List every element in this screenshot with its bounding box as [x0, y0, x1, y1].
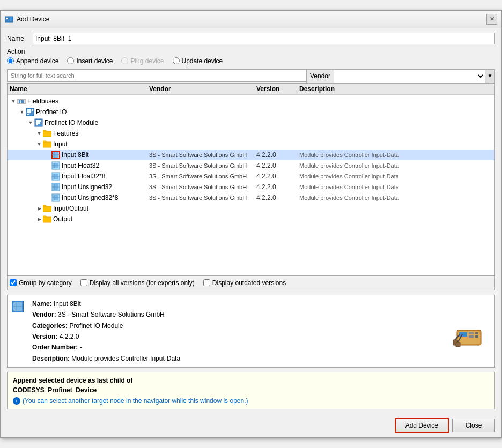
svg-rect-16: [36, 120, 38, 122]
search-vendor-row: Vendor ▼: [7, 69, 495, 83]
tree-row-input[interactable]: ▼ Input: [8, 139, 494, 150]
tree-row-input-float32[interactable]: Input Float32 3S - Smart Software Soluti…: [8, 160, 494, 171]
name-field-row: Name: [7, 33, 495, 44]
vendor-select[interactable]: [334, 70, 485, 83]
svg-rect-11: [32, 109, 33, 111]
vendor-dropdown-icon[interactable]: ▼: [485, 70, 494, 83]
action-section: Action Append device Insert device Plug …: [7, 48, 495, 65]
svg-rect-13: [29, 111, 31, 113]
vendor-label: Vendor: [306, 69, 334, 83]
tree-row-output[interactable]: ▶ Output: [8, 214, 494, 225]
tree-row-input-output[interactable]: ▶ Input/Output: [8, 203, 494, 214]
device-image: [447, 298, 490, 364]
radio-insert[interactable]: Insert device: [67, 57, 113, 65]
tree-header: Name Vendor Version Description: [8, 84, 494, 95]
svg-rect-53: [469, 332, 474, 334]
input-unsigned32x8-label: Input Unsigned32*8: [62, 194, 118, 201]
output-folder-icon: [43, 215, 51, 223]
close-button[interactable]: Close: [452, 419, 495, 432]
fieldbuses-icon: [17, 97, 26, 106]
toggle-output[interactable]: ▶: [35, 215, 43, 223]
toggle-profinet-io[interactable]: ▼: [18, 108, 26, 116]
svg-rect-7: [23, 100, 24, 103]
input-folder-icon: [43, 140, 51, 148]
tree-row-input-unsigned32x8[interactable]: Input Unsigned32*8 3S - Smart Software S…: [8, 192, 494, 203]
append-subtitle: CODESYS_Profinet_Device: [13, 386, 489, 394]
svg-rect-17: [38, 120, 40, 122]
info-icon-area: [12, 298, 28, 364]
info-panel: Name: Input 8Bit Vendor: 3S - Smart Soft…: [7, 295, 495, 368]
svg-rect-9: [27, 109, 29, 111]
input-output-label: Input/Output: [53, 205, 88, 212]
svg-rect-2: [9, 18, 12, 18]
name-input[interactable]: [33, 33, 495, 44]
input-float32x8-label: Input Float32*8: [62, 173, 105, 180]
checkboxes-row: Group by category Display all versions (…: [7, 276, 495, 290]
input-8bit-label: Input 8Bit: [62, 151, 89, 159]
input-unsigned32x8-icon: [51, 193, 60, 202]
vendor-select-container: ▼: [334, 69, 495, 83]
radio-update[interactable]: Update device: [173, 57, 223, 65]
toggle-fieldbuses[interactable]: ▼: [10, 98, 17, 105]
add-device-dialog: Add Device ✕ Name Action Append device I…: [0, 10, 502, 438]
dialog-body: Name Action Append device Insert device …: [1, 28, 501, 414]
tree-panel[interactable]: Name Vendor Version Description ▼: [7, 83, 495, 276]
dialog-icon: [5, 15, 13, 24]
svg-rect-60: [456, 342, 460, 347]
svg-rect-1: [6, 18, 8, 19]
profinet-io-label: Profinet IO: [36, 108, 67, 116]
action-label: Action: [7, 48, 495, 55]
toggle-input-8bit: [44, 151, 51, 159]
col-version: Version: [256, 85, 299, 93]
title-bar-left: Add Device: [5, 15, 49, 24]
input-unsigned32-icon: [51, 183, 60, 191]
input-label: Input: [53, 140, 68, 148]
tree-content: ▼ Fieldbuses: [8, 95, 494, 226]
profinet-io-icon: [26, 108, 34, 116]
add-device-button[interactable]: Add Device: [395, 418, 449, 433]
input-output-folder-icon: [43, 204, 51, 213]
checkbox-all-versions[interactable]: Display all versions (for experts only): [80, 279, 195, 287]
svg-rect-20: [38, 122, 40, 124]
toggle-features[interactable]: ▼: [35, 130, 43, 137]
toggle-input[interactable]: ▼: [35, 140, 43, 148]
output-label: Output: [53, 215, 72, 223]
radio-plug: Plug device: [121, 57, 164, 65]
input-float32-label: Input Float32: [62, 162, 99, 169]
svg-rect-5: [19, 100, 20, 103]
info-text-block: Name: Input 8Bit Vendor: 3S - Smart Soft…: [32, 298, 443, 364]
checkbox-outdated-versions[interactable]: Display outdated versions: [203, 279, 286, 287]
toggle-profinet-io-module[interactable]: ▼: [27, 119, 34, 126]
radio-group: Append device Insert device Plug device …: [7, 57, 495, 65]
svg-rect-6: [21, 100, 23, 103]
features-folder-icon: [43, 129, 51, 138]
checkbox-group-by-category[interactable]: Group by category: [10, 279, 72, 287]
info-device-icon: [12, 301, 24, 312]
tree-row-profinet-io[interactable]: ▼ Profinet IO: [8, 107, 494, 117]
tree-row-input-8bit[interactable]: Input 8Bit 3S - Smart Software Solutions…: [8, 150, 494, 160]
svg-rect-10: [29, 109, 31, 111]
tree-row-input-unsigned32[interactable]: Input Unsigned32 3S - Smart Software Sol…: [8, 182, 494, 192]
svg-rect-45: [43, 216, 46, 218]
svg-rect-14: [27, 114, 29, 115]
svg-rect-22: [43, 130, 46, 132]
tree-row-input-float32x8[interactable]: Input Float32*8 3S - Smart Software Solu…: [8, 171, 494, 182]
svg-rect-19: [36, 122, 38, 124]
tree-row-fieldbuses[interactable]: ▼ Fieldbuses: [8, 96, 494, 107]
input-8bit-icon: [51, 151, 60, 159]
svg-rect-12: [27, 111, 29, 113]
search-input[interactable]: [7, 69, 306, 82]
svg-rect-52: [459, 332, 467, 337]
col-vendor: Vendor: [149, 85, 256, 93]
svg-rect-54: [475, 332, 478, 334]
col-name: Name: [10, 85, 149, 93]
fieldbuses-label: Fieldbuses: [27, 98, 58, 105]
append-section: Append selected device as last child of …: [7, 372, 495, 409]
tree-row-features[interactable]: ▼ Features: [8, 128, 494, 139]
tree-row-profinet-io-module[interactable]: ▼ Profinet IO: [8, 117, 494, 128]
svg-rect-23: [43, 141, 46, 143]
svg-rect-18: [40, 120, 41, 122]
radio-append[interactable]: Append device: [7, 57, 58, 65]
dialog-close-button[interactable]: ✕: [486, 14, 497, 25]
toggle-input-output[interactable]: ▶: [35, 205, 43, 212]
